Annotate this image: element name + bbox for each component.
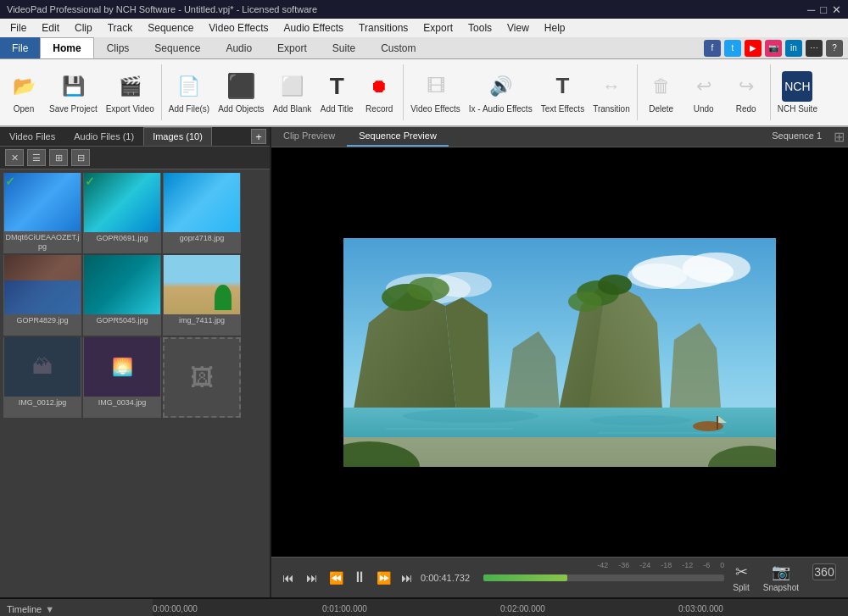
text-effects-button[interactable]: T Text Effects	[538, 61, 589, 124]
menu-sequence[interactable]: Sequence	[141, 20, 200, 36]
menu-file[interactable]: File	[3, 20, 33, 36]
redo-icon: ↪	[731, 71, 762, 102]
video-effects-button[interactable]: 🎞 Video Effects	[407, 61, 464, 124]
preview-expand-button[interactable]: ⊞	[830, 127, 848, 147]
media-panel: Video Files Audio Files (1) Images (10) …	[0, 127, 271, 597]
redo-button[interactable]: ↪ Redo	[726, 61, 767, 124]
linkedin-icon[interactable]: in	[785, 40, 802, 57]
open-button[interactable]: 📂 Open	[3, 61, 44, 124]
menu-export[interactable]: Export	[416, 20, 460, 36]
tab-images[interactable]: Images (10)	[143, 127, 212, 146]
media-item[interactable]: 🌅 IMG_0034.jpg	[83, 337, 161, 418]
help-icon[interactable]: ?	[826, 40, 843, 57]
skip-start-button[interactable]: ⏮	[278, 568, 298, 588]
tab-audio-files[interactable]: Audio Files (1)	[64, 127, 143, 146]
audio-effects-label: Ix - Audio Effects	[469, 104, 533, 114]
snapshot-button[interactable]: 📷 Snapshot	[758, 561, 804, 594]
delete-button[interactable]: 🗑 Delete	[641, 61, 682, 124]
add-media-button[interactable]: +	[251, 129, 266, 144]
tab-custom[interactable]: Custom	[368, 37, 428, 58]
minimize-button[interactable]: ─	[807, 3, 815, 16]
split-button[interactable]: ✂ Split	[728, 561, 754, 594]
split-icon: ✂	[735, 563, 748, 581]
media-item[interactable]: GOPR5045.jpg	[83, 255, 161, 336]
tab-audio[interactable]: Audio	[213, 37, 265, 58]
tab-clips[interactable]: Clips	[94, 37, 142, 58]
tab-video-files[interactable]: Video Files	[0, 127, 64, 146]
svg-point-18	[403, 409, 538, 423]
text-effects-icon: T	[547, 71, 577, 102]
timeline-dropdown-icon[interactable]: ▼	[45, 604, 54, 614]
tab-sequence-preview[interactable]: Sequence Preview	[347, 127, 449, 147]
menu-clip[interactable]: Clip	[68, 20, 99, 36]
timeline-header: Timeline ▼ 0:00:00,000 0:01:00.000 0:02:…	[0, 599, 848, 616]
skip-end-button[interactable]: ⏭	[397, 568, 417, 588]
instagram-icon[interactable]: 📷	[765, 40, 782, 57]
save-project-button[interactable]: 💾 Save Project	[46, 61, 101, 124]
media-filename: DMqt6CiUEAAOZET.jpg	[3, 231, 81, 253]
media-delete-btn[interactable]: ✕	[5, 149, 24, 166]
tab-file[interactable]: File	[0, 37, 40, 58]
vr360-icon: 360	[812, 563, 836, 580]
ribbon-divider-3	[637, 64, 638, 120]
rewind-button[interactable]: ⏪	[326, 568, 346, 588]
video-effects-label: Video Effects	[410, 104, 460, 114]
media-list-btn[interactable]: ☰	[27, 149, 46, 166]
export-video-button[interactable]: 🎬 Export Video	[103, 61, 158, 124]
media-toolbar: ✕ ☰ ⊞ ⊟	[0, 147, 270, 169]
media-grid-btn[interactable]: ⊞	[49, 149, 68, 166]
timeline-label: Timeline ▼	[0, 604, 153, 614]
add-blank-button[interactable]: ⬜ Add Blank	[270, 61, 315, 124]
split-label: Split	[733, 583, 749, 592]
media-item[interactable]: GOPR4829.jpg	[3, 255, 81, 336]
export-label: Export Video	[106, 104, 154, 114]
menu-track[interactable]: Track	[101, 20, 140, 36]
add-title-button[interactable]: T Add Title	[316, 61, 357, 124]
twitter-icon[interactable]: t	[724, 40, 741, 57]
media-zoom-btn[interactable]: ⊟	[71, 149, 90, 166]
more-icon[interactable]: ⋯	[806, 40, 823, 57]
youtube-icon[interactable]: ▶	[745, 40, 762, 57]
menu-transitions[interactable]: Transitions	[352, 20, 415, 36]
menu-help[interactable]: Help	[538, 20, 572, 36]
ribbon-tab-bar: File Home Clips Sequence Audio Export Su…	[0, 37, 848, 59]
maximize-button[interactable]: □	[820, 3, 827, 16]
progress-track[interactable]	[483, 574, 724, 581]
transition-button[interactable]: ↔ Transition	[589, 61, 633, 124]
snapshot-icon: 📷	[772, 563, 790, 581]
media-item[interactable]: img_7411.jpg	[163, 255, 241, 336]
pause-button[interactable]: ⏸	[349, 568, 370, 588]
record-button[interactable]: ⏺ Record	[359, 61, 399, 124]
progress-bar[interactable]: -42-36-24-18-12-60	[483, 571, 724, 585]
menu-edit[interactable]: Edit	[35, 20, 66, 36]
tab-sequence[interactable]: Sequence	[142, 37, 213, 58]
media-item[interactable]: ✓ GOPR0691.jpg	[83, 173, 161, 253]
media-filename: GOPR4829.jpg	[14, 314, 70, 327]
menu-view[interactable]: View	[500, 20, 536, 36]
media-item[interactable]: gopr4718.jpg	[163, 173, 241, 253]
nch-suite-button[interactable]: NCH NCH Suite	[774, 61, 821, 124]
menu-audio-effects[interactable]: Audio Effects	[277, 20, 351, 36]
tab-suite[interactable]: Suite	[320, 37, 368, 58]
menu-tools[interactable]: Tools	[461, 20, 499, 36]
close-button[interactable]: ✕	[832, 3, 841, 16]
media-item[interactable]: ✓ DMqt6CiUEAAOZET.jpg	[3, 173, 81, 253]
add-objects-button[interactable]: ⬛ Add Objects	[215, 61, 267, 124]
checkmark-icon: ✓	[85, 175, 95, 188]
vr360-button[interactable]: 360	[807, 562, 841, 594]
add-files-icon: 📄	[174, 71, 204, 102]
tab-clip-preview[interactable]: Clip Preview	[271, 127, 347, 147]
tab-export[interactable]: Export	[265, 37, 320, 58]
ribbon-toolbar: 📂 Open 💾 Save Project 🎬 Export Video 📄 A…	[0, 59, 848, 127]
fast-forward-button[interactable]: ⏩	[373, 568, 393, 588]
media-item[interactable]: 🏔 IMG_0012.jpg	[3, 337, 81, 418]
prev-frame-button[interactable]: ⏭	[302, 568, 322, 588]
undo-button[interactable]: ↩ Undo	[683, 61, 724, 124]
tab-home[interactable]: Home	[40, 37, 93, 58]
menu-video-effects[interactable]: Video Effects	[202, 20, 275, 36]
preview-image	[343, 238, 776, 467]
volume-labels: -42-36-24-18-12-60	[597, 561, 724, 569]
audio-effects-button[interactable]: 🔊 Ix - Audio Effects	[466, 61, 536, 124]
add-files-button[interactable]: 📄 Add File(s)	[165, 61, 213, 124]
facebook-icon[interactable]: f	[704, 40, 721, 57]
